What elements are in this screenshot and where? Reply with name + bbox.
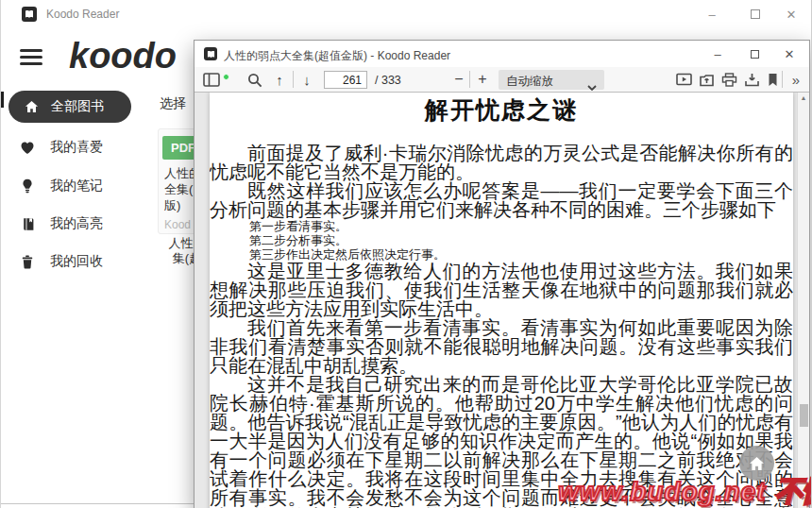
home-icon (749, 456, 765, 471)
book-card-meta: Kood (164, 218, 191, 231)
toggle-sidebar-button[interactable] (202, 72, 221, 88)
chapter-title: 解开忧虑之谜 (210, 94, 793, 126)
maximize-icon (751, 9, 760, 19)
download-icon[interactable] (743, 72, 760, 88)
step-line: 第三步作出决定然后依照决定行事。 (210, 247, 793, 262)
main-titlebar: Koodo Reader – ✕ (1, 0, 812, 28)
trash-icon (20, 255, 35, 269)
more-tools-button[interactable]: » (787, 69, 805, 90)
sidebar-item-highlights[interactable]: 我的高亮 (8, 213, 150, 234)
main-close-button[interactable]: ✕ (777, 4, 805, 25)
main-maximize-button[interactable] (741, 4, 770, 25)
reader-close-button[interactable]: ✕ (777, 43, 802, 64)
sidebar-item-label: 我的喜爱 (50, 139, 103, 156)
library-select-toggle[interactable]: 选择 (160, 95, 186, 112)
heart-icon (20, 141, 35, 155)
previous-page-button[interactable]: ↑ (271, 70, 288, 89)
open-file-icon[interactable] (698, 72, 715, 88)
pdf-page: 解开忧虑之谜 前面提及了威利·卡瑞尔消除忧虑的万灵公式是否能解决你所有的忧虑呢不… (210, 93, 793, 508)
maximize-icon (751, 50, 759, 59)
nav-selected-indicator (1, 92, 4, 108)
desktop-screen: Koodo Reader – ✕ koodo 全部图书 我的喜爱 我的笔记 我的… (0, 0, 812, 508)
toolbar-separator (782, 71, 783, 88)
scrollbar-thumb[interactable] (800, 404, 808, 427)
sidebar-item-label: 我的回收 (50, 253, 103, 270)
reader-minimize-button[interactable]: – (705, 43, 730, 64)
presentation-mode-icon[interactable] (675, 72, 692, 88)
search-icon[interactable] (246, 72, 263, 88)
hamburger-menu-icon[interactable] (20, 49, 42, 66)
sidebar-item-trash[interactable]: 我的回收 (8, 251, 150, 272)
reader-window-title: 人性的弱点大全集(超值金版) - Koodo Reader (224, 48, 450, 64)
print-icon[interactable] (720, 72, 737, 88)
next-page-button[interactable]: ↓ (298, 70, 315, 89)
sidebar-item-label: 全部图书 (51, 98, 104, 115)
bookmark-icon[interactable] (765, 72, 780, 88)
reader-window: 人性的弱点大全集(超值金版) - Koodo Reader – ✕ ↑ ↓ / … (194, 40, 810, 508)
page-total-label: / 333 (375, 74, 401, 87)
koodo-logo: koodo (69, 36, 177, 76)
zoom-in-button[interactable]: + (474, 69, 491, 90)
pdf-viewer-area: 解开忧虑之谜 前面提及了威利·卡瑞尔消除忧虑的万灵公式是否能解决你所有的忧虑呢不… (195, 93, 809, 508)
notification-dot (223, 74, 229, 80)
paragraph: 我们首先来看第一步看清事实。看清事实为何如此重要呢因为除非我们看清楚事实否则就不… (210, 318, 793, 375)
back-home-button[interactable] (739, 446, 774, 481)
sidebar-item-all-books[interactable]: 全部图书 (8, 91, 131, 123)
step-line: 第一步看清事实。 (210, 219, 793, 233)
vertical-scrollbar[interactable]: ▲ (797, 93, 809, 508)
home-icon (25, 100, 39, 113)
zoom-out-button[interactable]: − (450, 69, 467, 90)
book-icon (20, 217, 35, 231)
reader-maximize-button[interactable] (742, 43, 767, 64)
koodo-app-icon (204, 47, 217, 60)
paragraph: 这并不是我自己研究出来的而是哥伦比亚大学哥伦比亚学院已故院长赫伯特·霍基斯所说的… (210, 375, 793, 508)
koodo-app-icon (22, 7, 37, 22)
sidebar-item-favorites[interactable]: 我的喜爱 (8, 137, 150, 158)
scroll-up-arrow[interactable]: ▲ (798, 94, 809, 101)
toolbar-separator (293, 71, 294, 88)
main-minimize-button[interactable]: – (698, 4, 726, 25)
zoom-select-value: 自动缩放 (506, 74, 553, 90)
toolbar-separator (469, 71, 470, 88)
paragraph: 这是亚里士多德教给人们的方法他也使用过这些方法。我们如果想解决那些压迫我们、使我… (210, 262, 793, 318)
page-number-input[interactable] (324, 71, 367, 89)
page-text: 前面提及了威利·卡瑞尔消除忧虑的万灵公式是否能解决你所有的忧虑呢不能它当然不是万… (210, 144, 793, 508)
zoom-level-select[interactable]: 自动缩放 (499, 70, 604, 90)
paragraph: 前面提及了威利·卡瑞尔消除忧虑的万灵公式是否能解决你所有的忧虑呢不能它当然不是万… (210, 144, 793, 181)
reader-titlebar: 人性的弱点大全集(超值金版) - Koodo Reader – ✕ (195, 41, 809, 67)
paragraph: 既然这样我们应该怎么办呢答案是——我们一定要学会下面三个分析问题的基本步骤并用它… (210, 181, 793, 219)
step-line: 第二步分析事实。 (210, 233, 793, 247)
sidebar-item-label: 我的笔记 (50, 178, 103, 195)
pdf-toolbar: ↑ ↓ / 333 − + 自动缩放 (195, 67, 809, 93)
sidebar-item-notes[interactable]: 我的笔记 (8, 176, 150, 196)
lightbulb-icon (20, 178, 35, 194)
main-window-title: Koodo Reader (46, 8, 119, 21)
sidebar-item-label: 我的高亮 (50, 215, 103, 232)
